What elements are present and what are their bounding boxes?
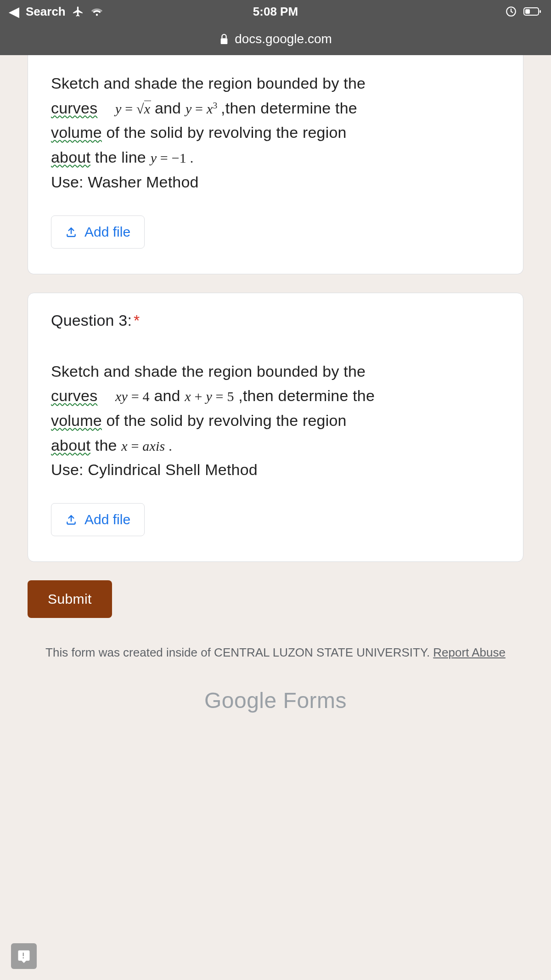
q2-about-word: about xyxy=(51,148,90,166)
q3-line2: curves xy = 4 and x + y = 5 ,then determ… xyxy=(51,384,500,408)
add-file-button-q3[interactable]: Add file xyxy=(51,503,145,536)
q2-volume-word: volume xyxy=(51,124,102,141)
q3-equation-1: xy = 4 xyxy=(115,389,150,404)
ios-status-bar: ◀ Search 5:08 PM xyxy=(0,0,551,23)
q3-line4: about the x = axis . xyxy=(51,433,500,458)
q2-and: and xyxy=(155,99,186,117)
lock-icon xyxy=(219,33,229,45)
q3-line1: Sketch and shade the region bounded by t… xyxy=(51,359,500,384)
question-3-title: Question 3:* xyxy=(51,312,500,329)
question-3-body: Sketch and shade the region bounded by t… xyxy=(51,359,500,483)
q2-equation-2: y = x3 xyxy=(186,101,221,116)
q2-curves-word: curves xyxy=(51,99,97,117)
browser-url-bar[interactable]: docs.google.com xyxy=(0,23,551,55)
airplane-mode-icon xyxy=(72,6,84,17)
q3-volume-word: volume xyxy=(51,412,102,429)
svg-rect-2 xyxy=(525,9,530,14)
add-file-button-q2[interactable]: Add file xyxy=(51,215,145,249)
add-file-label: Add file xyxy=(84,224,130,240)
q3-and: and xyxy=(154,387,185,404)
q2-line1: Sketch and shade the region bounded by t… xyxy=(51,71,500,96)
url-domain-text: docs.google.com xyxy=(235,32,332,46)
q2-line4: about the line y = −1 . xyxy=(51,145,500,170)
q3-curves-word: curves xyxy=(51,387,97,404)
google-forms-logo[interactable]: Google Forms xyxy=(28,688,523,713)
back-caret-icon: ◀ xyxy=(9,4,19,19)
form-page: Sketch and shade the region bounded by t… xyxy=(0,55,551,980)
q3-equation-3: x = axis . xyxy=(121,438,172,453)
q2-equation-1: y = √x xyxy=(115,101,155,116)
q2-after-eq2: ,then determine the xyxy=(221,99,357,117)
q3-line3: volume of the solid by revolving the reg… xyxy=(51,408,500,433)
orientation-lock-icon xyxy=(505,6,517,17)
q2-method: Use: Washer Method xyxy=(51,170,500,195)
q3-after-eq2: ,then determine the xyxy=(238,387,375,404)
q2-line3: volume of the solid by revolving the reg… xyxy=(51,120,500,145)
report-abuse-link[interactable]: Report Abuse xyxy=(433,646,506,659)
question-card-3: Question 3:* Sketch and shade the region… xyxy=(28,293,523,562)
svg-rect-3 xyxy=(540,10,541,13)
battery-icon xyxy=(523,7,542,16)
add-file-label: Add file xyxy=(84,512,130,527)
question-2-body: Sketch and shade the region bounded by t… xyxy=(51,71,500,195)
submit-button[interactable]: Submit xyxy=(28,580,112,618)
status-bar-right xyxy=(505,6,542,17)
feedback-icon xyxy=(17,949,31,963)
back-app-label: Search xyxy=(26,5,66,19)
question-card-2: Sketch and shade the region bounded by t… xyxy=(28,55,523,274)
upload-icon xyxy=(65,514,77,526)
footer-text: This form was created inside of CENTRAL … xyxy=(45,646,433,659)
q2-line2: curves y = √x and y = x3 ,then determine… xyxy=(51,96,500,121)
upload-icon xyxy=(65,226,77,238)
q3-equation-2: x + y = 5 xyxy=(185,389,234,404)
svg-rect-4 xyxy=(221,38,228,44)
required-asterisk: * xyxy=(134,312,140,329)
logo-forms: Forms xyxy=(277,688,347,713)
feedback-button[interactable] xyxy=(11,943,37,969)
form-footer-note: This form was created inside of CENTRAL … xyxy=(28,643,523,663)
wifi-icon xyxy=(90,6,103,17)
q3-about-word: about xyxy=(51,436,90,454)
q3-method: Use: Cylindrical Shell Method xyxy=(51,458,500,482)
q2-equation-3: y = −1 . xyxy=(151,150,194,165)
status-bar-left[interactable]: ◀ Search xyxy=(9,4,103,19)
logo-google: Google xyxy=(204,688,277,713)
